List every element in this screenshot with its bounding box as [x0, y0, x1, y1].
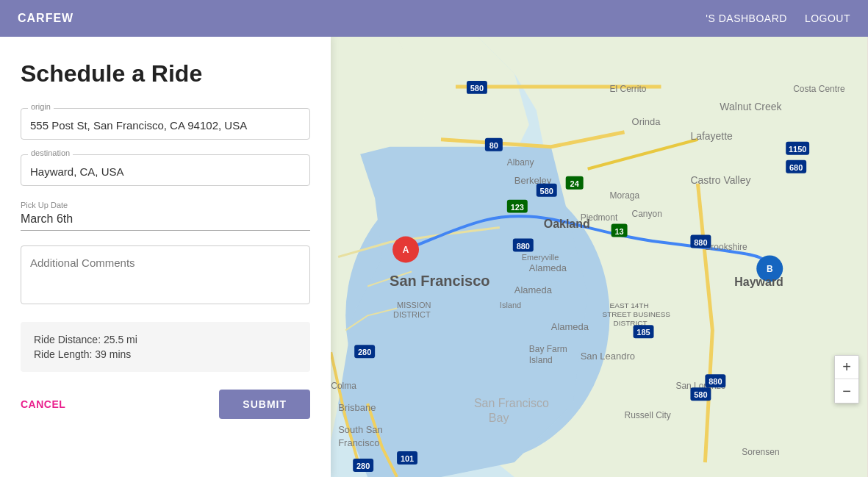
svg-text:EAST 14TH: EAST 14TH [610, 301, 649, 309]
svg-text:1150: 1150 [789, 145, 806, 154]
svg-text:Brisbane: Brisbane [338, 402, 376, 413]
cancel-button[interactable]: CANCEL [21, 398, 65, 410]
svg-text:13: 13 [614, 227, 623, 236]
svg-text:Bay: Bay [489, 412, 509, 424]
svg-text:Brookshire: Brookshire [705, 242, 747, 252]
svg-text:Hayward: Hayward [734, 276, 783, 288]
ride-length-label: Ride Length: 39 mins [34, 348, 297, 360]
app-logo: CARFEW [18, 12, 73, 25]
svg-text:STREET BUSINESS: STREET BUSINESS [603, 310, 671, 318]
origin-input[interactable] [21, 108, 310, 140]
logout-link[interactable]: LOGOUT [805, 12, 850, 24]
svg-text:Alameda: Alameda [514, 284, 553, 295]
zoom-in-button[interactable]: + [835, 356, 858, 379]
zoom-out-button[interactable]: − [835, 379, 858, 403]
svg-text:Albany: Albany [507, 157, 534, 168]
svg-text:Island: Island [529, 355, 553, 365]
svg-text:MISSION: MISSION [397, 301, 431, 309]
svg-text:DISTRICT: DISTRICT [393, 310, 431, 319]
svg-text:Sorensen: Sorensen [742, 447, 779, 457]
destination-label: destination [28, 148, 73, 157]
buttons-row: CANCEL SUBMIT [21, 390, 310, 419]
svg-text:Orinda: Orinda [632, 116, 661, 127]
svg-text:880: 880 [694, 238, 707, 247]
svg-text:580: 580 [540, 187, 553, 196]
pickup-date-value[interactable]: March 6th [21, 212, 310, 231]
origin-field-group: origin [21, 108, 310, 140]
svg-text:880: 880 [709, 377, 722, 386]
svg-text:101: 101 [401, 454, 414, 463]
svg-text:Costa Centre: Costa Centre [793, 84, 845, 94]
form-title: Schedule a Ride [21, 60, 310, 87]
map-zoom-controls: + − [834, 355, 859, 404]
svg-text:280: 280 [358, 348, 371, 356]
svg-text:Canyon: Canyon [632, 209, 662, 219]
svg-text:Island: Island [500, 301, 521, 309]
svg-text:San Leandro: San Leandro [581, 351, 635, 362]
app-header: CARFEW 'S DASHBOARD LOGOUT [0, 0, 868, 37]
svg-text:123: 123 [511, 203, 524, 212]
dashboard-link[interactable]: 'S DASHBOARD [706, 12, 787, 24]
header-nav: 'S DASHBOARD LOGOUT [706, 12, 850, 24]
svg-text:580: 580 [694, 390, 707, 399]
svg-text:South San: South San [338, 424, 383, 435]
pickup-date-group: Pick Up Date March 6th [21, 201, 310, 231]
svg-text:Bay Farm: Bay Farm [529, 344, 567, 354]
svg-text:B: B [767, 264, 773, 274]
svg-text:Colma: Colma [331, 381, 356, 391]
svg-text:Russell City: Russell City [625, 410, 671, 420]
comments-group [21, 245, 310, 307]
svg-text:Moraga: Moraga [610, 190, 640, 201]
svg-text:580: 580 [470, 84, 484, 93]
comments-textarea[interactable] [21, 245, 310, 304]
svg-text:680: 680 [789, 163, 803, 172]
svg-text:80: 80 [489, 141, 498, 150]
svg-text:San Francisco: San Francisco [390, 273, 489, 289]
destination-field-group: destination [21, 154, 310, 186]
svg-text:185: 185 [636, 328, 650, 337]
svg-text:880: 880 [517, 242, 530, 251]
svg-text:280: 280 [356, 462, 370, 470]
schedule-ride-panel: Schedule a Ride origin destination Pick … [0, 37, 331, 477]
svg-text:Alameda: Alameda [529, 262, 567, 273]
destination-input[interactable] [21, 154, 310, 186]
svg-text:A: A [403, 245, 409, 256]
svg-text:Walnut Creek: Walnut Creek [720, 101, 781, 112]
svg-text:Alameda: Alameda [551, 321, 589, 332]
ride-distance-label: Ride Distance: 25.5 mi [34, 334, 297, 345]
svg-text:El Cerrito: El Cerrito [610, 84, 647, 94]
svg-text:Castro Valley: Castro Valley [690, 174, 750, 186]
svg-text:Lafayette: Lafayette [690, 130, 733, 142]
svg-text:Emeryville: Emeryville [522, 253, 559, 262]
ride-info-box: Ride Distance: 25.5 mi Ride Length: 39 m… [21, 322, 310, 372]
svg-text:Piedmont: Piedmont [581, 212, 618, 223]
submit-button[interactable]: SUBMIT [219, 390, 310, 419]
svg-text:24: 24 [570, 179, 580, 188]
pickup-date-label: Pick Up Date [21, 201, 310, 209]
svg-text:Francisco: Francisco [338, 437, 379, 448]
origin-label: origin [28, 102, 54, 111]
svg-text:San Francisco: San Francisco [474, 397, 549, 409]
